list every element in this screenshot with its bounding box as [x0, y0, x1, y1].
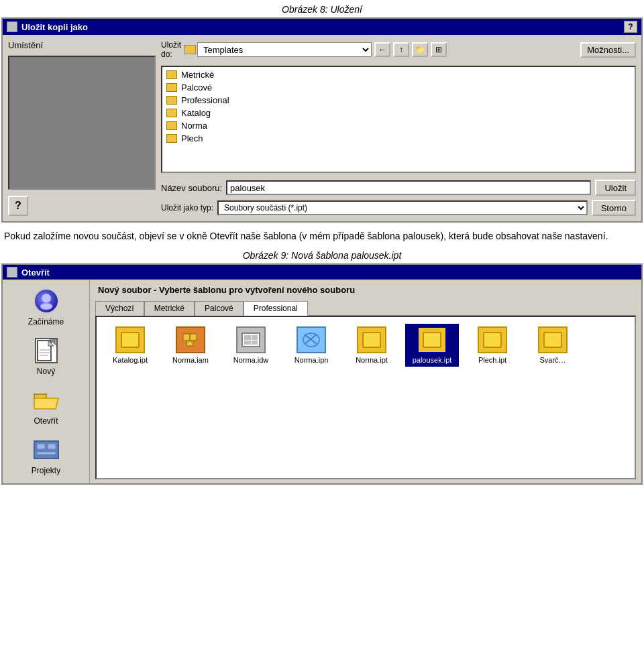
file-item-norma-idw[interactable]: Norma.idw [224, 324, 278, 367]
filetype-select[interactable]: Soubory součásti (*.ipt) [217, 200, 588, 215]
file-label: Norma.ipt [356, 356, 388, 364]
folder-select[interactable]: Templates [197, 42, 372, 57]
dialog1-titlebar: Uložit kopii jako ? [3, 19, 641, 35]
list-item[interactable]: Plech [165, 132, 632, 145]
ulozit-button[interactable]: Uložit [595, 180, 636, 196]
tab-palcove[interactable]: Palcové [195, 301, 244, 316]
right-panel: Uložitdo: Templates ← ↑ 📁 ⊞ Možnosti... [161, 40, 636, 216]
novy-label: Nový [37, 367, 55, 376]
dialog1-title: Uložit kopii jako [21, 22, 88, 32]
filetype-row: Uložit jako typ: Soubory součásti (*.ipt… [161, 200, 636, 216]
view-toggle-button[interactable]: ⊞ [431, 42, 447, 57]
sidebar-item-otevrit[interactable]: Otevřít [3, 381, 89, 431]
svg-rect-10 [48, 444, 56, 449]
novy-icon [33, 337, 60, 364]
up-folder-button[interactable]: ↑ [393, 42, 409, 57]
title-icon [7, 21, 17, 32]
folder-icon [166, 96, 177, 105]
file-list-box: Metrické Palcové Professional Katalog No… [161, 66, 636, 173]
file-label: Norma.iam [172, 356, 209, 364]
zaciname-label: Začínáme [28, 317, 64, 326]
otevrit-icon [33, 387, 60, 414]
file-grid: Katalog.ipt N [103, 324, 628, 367]
list-item[interactable]: Norma [165, 119, 632, 132]
folder-icon [166, 121, 177, 130]
svg-rect-11 [37, 452, 56, 455]
folder-icon [184, 45, 196, 54]
filename-input[interactable] [226, 180, 591, 195]
file-label: Norma.ipn [294, 356, 329, 364]
folder-icon [166, 134, 177, 143]
svg-rect-12 [183, 334, 190, 341]
norma-ipt-icon [357, 326, 386, 353]
umisteni-label: Umístění [8, 40, 156, 50]
ulozit-do-label: Uložitdo: [161, 40, 181, 59]
svg-point-0 [42, 294, 51, 303]
new-folder-button[interactable]: 📁 [412, 42, 428, 57]
sidebar-item-zaciname[interactable]: Začínáme [3, 282, 89, 332]
tab-vychozi[interactable]: Výchozí [95, 301, 144, 316]
storno-button[interactable]: Storno [592, 200, 636, 216]
svg-rect-14 [186, 341, 193, 346]
file-label: Katalog.ipt [113, 356, 148, 364]
file-label: Svarč… [539, 356, 566, 364]
svg-rect-9 [37, 444, 45, 449]
dialog1-body: Umístění ? Uložitdo: Templates ← ↑ 📁 ⊞ [3, 35, 641, 221]
dialog-open: Otevřít Začínáme [1, 263, 643, 485]
tab-professional[interactable]: Professional [244, 301, 308, 316]
toolbar-row: Uložitdo: Templates ← ↑ 📁 ⊞ Možnosti... [161, 40, 636, 59]
norma-iam-icon [176, 326, 205, 353]
main-content: Nový soubor - Vyberte šablonu pro vytvoř… [90, 280, 641, 483]
sidebar-item-projekty[interactable]: Projekty [3, 431, 89, 481]
folder-icon [166, 109, 177, 117]
file-label: Plech.ipt [478, 356, 506, 364]
file-item-norma-ipt[interactable]: Norma.ipt [345, 324, 398, 367]
file-item-katalog-ipt[interactable]: Katalog.ipt [103, 324, 157, 367]
sidebar2: Začínáme Nový [3, 280, 90, 483]
list-item[interactable]: Palcové [165, 81, 632, 94]
plech-ipt-icon [478, 326, 507, 353]
filename-row: Název souboru: Uložit [161, 180, 636, 196]
svarc-ipt-icon [538, 326, 568, 353]
list-item[interactable]: Professional [165, 94, 632, 107]
file-item-svarc-ipt[interactable]: Svarč… [526, 324, 580, 367]
svg-rect-13 [190, 334, 197, 341]
folder-icon [166, 70, 177, 79]
dialog-save-copy: Uložit kopii jako ? Umístění ? Uložitdo:… [1, 17, 643, 223]
file-item-norma-ipn[interactable]: Norma.ipn [284, 324, 338, 367]
list-item[interactable]: Katalog [165, 107, 632, 119]
dialog2-titlebar: Otevřít [3, 265, 641, 280]
page-title-1: Obrázek 8: Uložení [0, 0, 644, 17]
svg-point-1 [40, 303, 52, 310]
file-grid-container: Katalog.ipt N [95, 316, 636, 479]
file-item-palousek-ipt[interactable]: palousek.ipt [405, 324, 459, 367]
left-panel: Umístění ? [8, 40, 156, 216]
katalog-ipt-icon [115, 326, 145, 353]
back-button[interactable]: ← [374, 42, 390, 57]
folder-icon [166, 83, 177, 92]
file-item-norma-iam[interactable]: Norma.iam [164, 324, 217, 367]
file-label: Norma.idw [233, 356, 269, 364]
file-label: palousek.ipt [413, 356, 452, 364]
folder-dropdown: Templates [184, 42, 372, 57]
projekty-icon [33, 436, 60, 463]
norma-ipn-icon [297, 326, 326, 353]
dialog2-body: Začínáme Nový [3, 280, 641, 483]
palousek-ipt-icon [417, 326, 447, 353]
dialog1-help-button[interactable]: ? [624, 21, 637, 33]
moznosti-button[interactable]: Možnosti... [580, 42, 636, 58]
norma-idw-icon [236, 326, 266, 353]
projekty-label: Projekty [32, 466, 60, 475]
sidebar-item-novy[interactable]: Nový [3, 332, 89, 381]
filetype-label: Uložit jako typ: [161, 203, 213, 213]
page-title-2: Obrázek 9: Nová šablona palousek.ipt [0, 247, 644, 263]
tabs-row: Výchozí Metrické Palcové Professional [95, 300, 636, 316]
file-item-plech-ipt[interactable]: Plech.ipt [466, 324, 519, 367]
preview-area [8, 56, 156, 190]
help-button-bottom[interactable]: ? [8, 196, 28, 216]
zaciname-icon [33, 288, 60, 314]
dialog2-title: Otevřít [21, 267, 50, 278]
otevrit-label: Otevřít [34, 416, 58, 426]
list-item[interactable]: Metrické [165, 68, 632, 81]
tab-metricke[interactable]: Metrické [144, 301, 195, 316]
